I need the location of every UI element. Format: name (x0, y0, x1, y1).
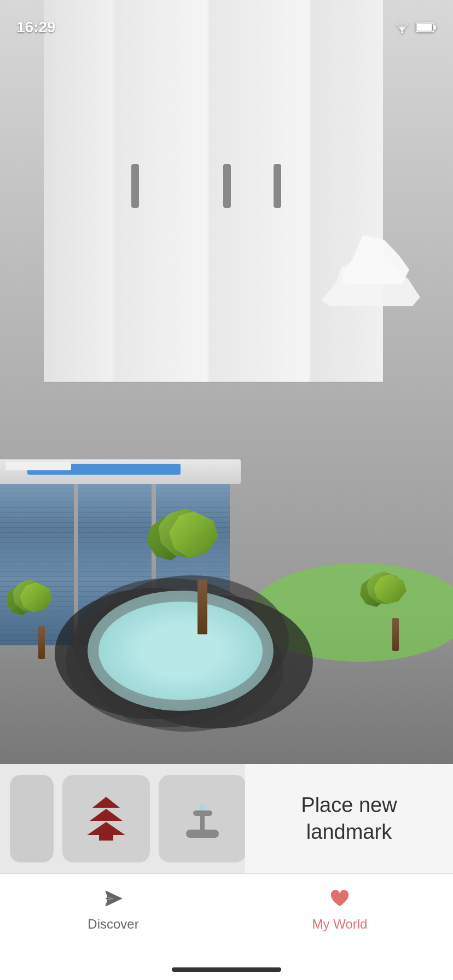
fountain-stem (200, 816, 205, 830)
status-time: 16:29 (16, 19, 56, 36)
place-new-landmark-section[interactable]: Place new landmark (245, 764, 453, 873)
tab-discover-label: Discover (88, 917, 138, 932)
landmark-selector[interactable]: Place new landmark (0, 764, 453, 873)
svg-rect-3 (434, 25, 436, 30)
home-indicator (172, 967, 281, 972)
tree-large (181, 509, 224, 634)
tab-discover-icon-container (100, 885, 127, 912)
bottom-panel: Place new landmark Discover My World (0, 764, 453, 980)
landmark-item-partial[interactable] (10, 775, 54, 862)
tree-small-left (27, 580, 55, 659)
fountain-item-inner (178, 794, 227, 843)
tree-foliage-large (147, 509, 224, 580)
tab-my-world-icon-container (326, 885, 353, 912)
mbs-rooftop (0, 459, 241, 484)
pagoda-roof-2 (90, 809, 123, 821)
tab-bar: Discover My World (0, 873, 453, 980)
cloud-model (311, 235, 437, 306)
landmark-item-pagoda[interactable] (62, 775, 150, 862)
pagoda-model-icon (87, 797, 125, 841)
fountain-base (186, 830, 219, 838)
ar-3d-scene (0, 0, 453, 766)
plane-icon (101, 886, 125, 911)
battery-icon (416, 22, 437, 33)
cloud-poly-2 (338, 235, 409, 284)
status-bar: 16:29 (0, 0, 453, 44)
status-icons (394, 21, 437, 33)
ar-camera-view (0, 0, 453, 766)
fountain-model-icon (183, 800, 222, 838)
tree-foliage-small-right (360, 571, 409, 618)
pagoda-item-inner (82, 794, 131, 843)
mbs-pool-structure (5, 462, 71, 470)
place-landmark-label: Place new landmark (245, 792, 453, 846)
green-ground-marker (251, 563, 453, 662)
fountain-top (193, 810, 212, 816)
tab-my-world[interactable]: My World (226, 885, 453, 932)
tree-foliage-small-left (6, 580, 55, 626)
tree-trunk-small-left (38, 626, 45, 659)
heart-icon (328, 886, 352, 911)
svg-rect-2 (417, 24, 432, 31)
tree-trunk-small-right (392, 618, 399, 651)
tab-my-world-label: My World (312, 917, 368, 932)
tab-discover[interactable]: Discover (0, 885, 226, 932)
pagoda-body (99, 830, 113, 841)
landmark-item-fountain[interactable] (159, 775, 246, 862)
svg-point-0 (401, 31, 403, 33)
pagoda-roof-1 (92, 797, 120, 808)
wifi-icon (394, 21, 410, 33)
tree-trunk-large (198, 580, 207, 634)
tree-small-right (381, 571, 409, 651)
